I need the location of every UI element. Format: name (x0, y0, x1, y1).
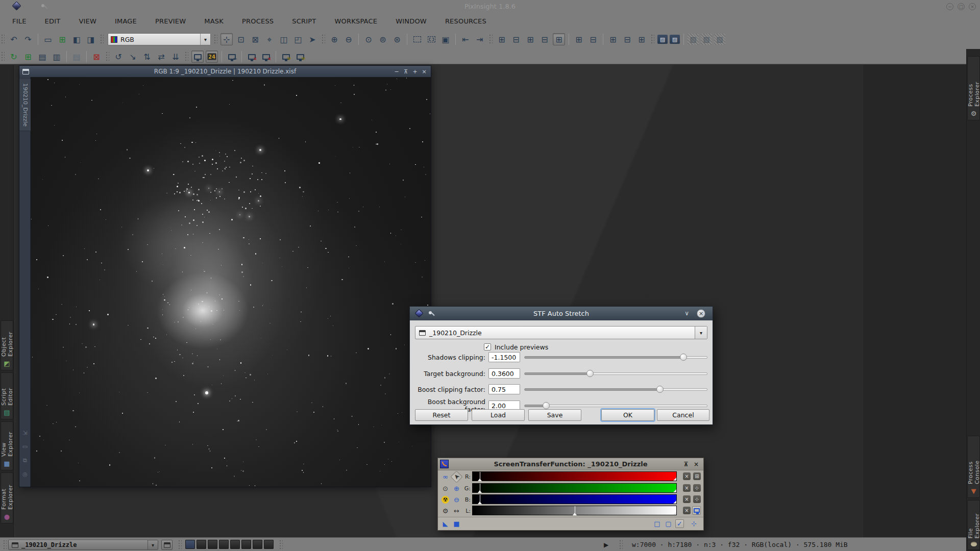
window-icon[interactable] (22, 69, 29, 74)
radiation-icon[interactable]: ☢ (441, 495, 450, 504)
workspace-sync-icon[interactable]: ↻ (8, 51, 20, 63)
channel-bar-b[interactable] (472, 494, 677, 504)
chevron-down-icon[interactable]: ▾ (148, 540, 158, 549)
zoom-contract-icon[interactable]: ⊠ (249, 33, 261, 45)
display-24bit-icon[interactable]: 24 (206, 51, 218, 63)
reset-button[interactable]: Reset (415, 409, 468, 421)
color-profile-icon[interactable]: ◨ (85, 33, 97, 45)
save-button[interactable]: Save (528, 409, 581, 421)
window-thumbnail[interactable] (241, 540, 251, 549)
new-preview-icon[interactable] (411, 33, 423, 45)
shade-icon[interactable]: ⊼ (401, 67, 410, 76)
sidebar-tab-object-explorer[interactable]: Object Explorer ◩ (1, 320, 13, 370)
wrench-icon[interactable]: ⚙ (441, 507, 450, 515)
target-background-slider[interactable] (524, 369, 707, 378)
menu-script[interactable]: SCRIPT (292, 17, 316, 25)
slider-thumb[interactable] (586, 370, 594, 377)
contract-icon[interactable]: ⊹ (690, 519, 698, 528)
duplicate-image-icon[interactable]: ⊞ (56, 33, 68, 45)
menu-resources[interactable]: RESOURCES (445, 17, 486, 25)
stf-panel-titlebar[interactable]: ScreenTransferFunction: _190210_Drizzle … (438, 458, 703, 470)
channel-marker[interactable] (480, 484, 480, 492)
zoom-in-icon[interactable]: ⊕ (452, 484, 461, 493)
channel-marker[interactable] (480, 495, 480, 504)
reset-channel-icon[interactable]: × (683, 472, 691, 480)
shadows-clipping-input[interactable] (488, 352, 520, 362)
cancel-button[interactable]: Cancel (657, 409, 709, 421)
channel-marker[interactable] (575, 506, 575, 515)
link-rgb-icon[interactable]: ∞ (441, 472, 450, 481)
window-thumbnail[interactable] (197, 540, 206, 549)
new-image-icon[interactable]: ▭ (42, 33, 54, 45)
highlight-square-icon[interactable]: ■ (452, 519, 461, 528)
zoom-fit-icon[interactable]: ⊡ (235, 33, 247, 45)
track-view-icon[interactable]: ⊹ (220, 33, 233, 45)
chevron-down-icon[interactable]: ∨ (684, 310, 689, 317)
monitor-radiation-icon[interactable]: ☢ (280, 51, 292, 63)
close-icon[interactable]: × (697, 309, 705, 318)
toolbar-drag-handle[interactable] (322, 34, 325, 44)
ok-button[interactable]: OK (601, 409, 654, 421)
chevron-down-icon[interactable]: ▾ (200, 34, 210, 45)
stf-window-icon[interactable]: ⊟ (510, 33, 522, 45)
stf-window-icon[interactable]: ⊟ (538, 33, 551, 45)
sidebar-tab-format-explorer[interactable]: Format Explorer ● (1, 472, 13, 523)
toolbar-drag-handle[interactable] (185, 52, 188, 62)
load-button[interactable]: Load (472, 409, 525, 421)
view-tab[interactable]: 190210_Drizzle (19, 79, 31, 131)
monitor-radiation-all-icon[interactable]: ☢ (294, 51, 306, 63)
iconize-icon[interactable]: − (392, 67, 401, 76)
target-background-input[interactable] (488, 368, 520, 379)
statusbar-drag-handle[interactable] (178, 540, 182, 550)
toolbar-drag-handle[interactable] (1, 52, 5, 62)
undo-icon[interactable]: ↶ (8, 33, 20, 45)
workspace-properties-icon[interactable]: ▥ (51, 51, 63, 63)
apply-check-icon[interactable]: ✓ (675, 519, 684, 528)
zoom-out-icon[interactable]: ⊖ (342, 33, 355, 45)
boost-background-slider[interactable] (524, 402, 707, 410)
window-thumbnail[interactable] (208, 540, 217, 549)
screen-transfer-function-panel[interactable]: ScreenTransferFunction: _190210_Drizzle … (437, 458, 704, 531)
workspace-add-icon[interactable]: ⊞ (22, 51, 34, 63)
target-icon[interactable]: ⊹ (693, 484, 701, 492)
sidebar-tab-process-explorer[interactable]: Process Explorer ⚙ (967, 56, 980, 120)
boost-clipping-input[interactable] (488, 384, 520, 394)
readout-arrows-icon[interactable]: ↔ (452, 507, 461, 515)
menu-workspace[interactable]: WORKSPACE (334, 17, 377, 25)
preview-mode-icon[interactable]: ◰ (292, 33, 304, 45)
image-window-titlebar[interactable]: RGB 1:9 _190210_Drizzle | 190210 Drizzle… (19, 66, 431, 77)
display-channel-select[interactable]: RGB ▾ (108, 33, 211, 45)
zoom-1-1-icon[interactable]: ⊙ (362, 33, 375, 45)
slider-thumb[interactable] (656, 386, 664, 393)
statusbar-drag-handle[interactable] (3, 540, 7, 550)
zoom-window-icon[interactable]: + (410, 67, 420, 76)
window-thumbnail[interactable] (253, 540, 262, 549)
toolbar-drag-handle[interactable] (1, 34, 5, 44)
delete-preview-icon[interactable]: ▣ (439, 33, 452, 45)
sidebar-tab-view-explorer[interactable]: View Explorer ■ (1, 421, 13, 470)
close-window-icon[interactable]: × (969, 3, 976, 10)
previous-view-icon[interactable]: ⇤ (459, 33, 472, 45)
nebula-image[interactable] (31, 77, 431, 487)
slider-thumb[interactable] (680, 354, 687, 361)
stf-window-icon[interactable]: ⊞ (496, 33, 508, 45)
stf-window-icon[interactable]: ⊞ (607, 33, 619, 45)
pointer-icon[interactable]: ➤ (306, 33, 318, 45)
menu-window[interactable]: WINDOW (396, 17, 427, 25)
zoom-optimal-icon[interactable]: ⊛ (391, 33, 403, 45)
resize-mode-icon[interactable]: ⇲ (22, 430, 27, 436)
channel-bar-l[interactable] (472, 506, 677, 515)
monitor-close-icon[interactable]: × (246, 51, 258, 63)
zoom-out-icon[interactable]: ⊖ (452, 495, 461, 504)
channel-bar-r[interactable] (472, 471, 677, 481)
new-view-button[interactable] (161, 540, 173, 550)
reset-channel-icon[interactable]: × (683, 484, 691, 492)
statusbar-drag-handle[interactable] (619, 540, 623, 550)
maximize-window-icon[interactable]: □ (958, 3, 965, 10)
select-mode-icon[interactable]: ▭ (22, 443, 28, 450)
sidebar-tab-process-console[interactable]: Process Console ▼ (967, 436, 980, 498)
menu-preview[interactable]: PREVIEW (155, 17, 186, 25)
grid-icon[interactable]: ⊞ (693, 472, 701, 480)
stf-window-icon[interactable]: ⊞ (524, 33, 536, 45)
reset-channel-icon[interactable]: × (683, 507, 691, 514)
